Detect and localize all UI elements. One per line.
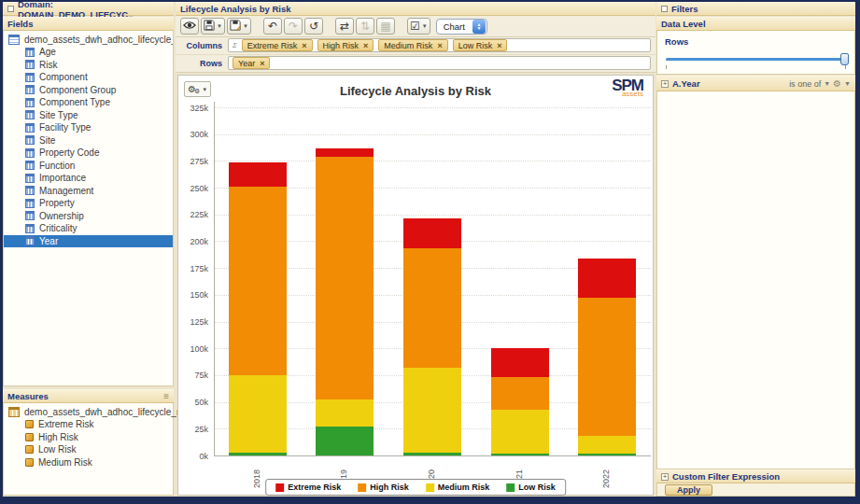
measure-item[interactable]: High Risk (4, 431, 173, 444)
measures-root-node[interactable]: demo_assets_dwh_adhoc_lifecycle_risk (4, 403, 173, 418)
fields-tree: demo_assets_dwh_adhoc_lifecycle_risk Age… (3, 31, 174, 386)
measures-tree: demo_assets_dwh_adhoc_lifecycle_risk Ext… (3, 403, 174, 496)
column-chip-label: High Risk (323, 41, 360, 50)
chip-close-icon[interactable]: × (363, 41, 368, 50)
field-item[interactable]: Component Group (4, 84, 173, 97)
column-chip[interactable]: Medium Risk× (378, 39, 447, 51)
y-axis-tick-label: 125k (180, 317, 208, 327)
chip-close-icon[interactable]: × (260, 59, 264, 68)
field-item[interactable]: Component (4, 71, 173, 84)
field-item[interactable]: Site Type (4, 109, 173, 122)
legend-swatch (506, 483, 515, 492)
field-item[interactable]: Age (4, 46, 173, 59)
save-icon (204, 20, 215, 34)
export-button[interactable]: ▼ (227, 18, 251, 35)
y-axis-tick-label: 325k (180, 104, 208, 113)
custom-filter-header[interactable]: + Custom Filter Expression (656, 469, 855, 483)
chart-options-button[interactable]: ☑▼ (407, 18, 430, 35)
bar-segment-high-risk (491, 377, 549, 409)
preview-button[interactable] (180, 18, 199, 35)
legend-item: High Risk (358, 483, 409, 492)
field-item-label: Site Type (39, 110, 78, 120)
undo-button[interactable]: ↶ (263, 18, 282, 35)
bar-segment-extreme-risk (229, 162, 287, 187)
field-item[interactable]: Facility Type (4, 121, 173, 134)
rows-dropzone[interactable]: Year× (228, 56, 651, 70)
column-chip[interactable]: Extreme Risk× (242, 39, 313, 51)
field-icon (25, 98, 35, 107)
field-item[interactable]: Property Code (4, 147, 173, 160)
column-chip[interactable]: High Risk× (317, 39, 374, 51)
switch-groups-button[interactable]: ⇄ (335, 18, 354, 35)
field-item[interactable]: Property (4, 197, 173, 210)
measure-item[interactable]: Extreme Risk (4, 418, 173, 431)
gridline (214, 107, 651, 108)
row-chip[interactable]: Year× (233, 57, 270, 69)
field-item[interactable]: Criticality (4, 222, 173, 235)
measure-item-label: Low Risk (38, 444, 77, 455)
year-filter-label: A.Year (672, 78, 700, 89)
slider-handle[interactable] (840, 53, 849, 65)
bar-segment-extreme-risk (316, 148, 374, 157)
collapse-panel-icon[interactable] (7, 6, 14, 12)
chip-close-icon[interactable]: × (302, 41, 306, 50)
y-axis-tick-label: 150k (180, 290, 208, 300)
bar-segment-low-risk (316, 427, 374, 455)
chevron-down-icon[interactable]: ▼ (844, 80, 851, 87)
legend-swatch (426, 483, 434, 492)
adhoc-editor-window: Domain: DOMAIN_DEMO_LIFECYC.. Fields dem… (3, 2, 855, 497)
y-axis-tick-label: 225k (180, 210, 208, 219)
field-item[interactable]: Component Type (4, 96, 173, 109)
field-item[interactable]: Risk (4, 59, 173, 72)
gear-icon[interactable]: ⚙ (833, 78, 841, 89)
chevron-down-icon: ▼ (422, 23, 428, 29)
collapse-panel-icon[interactable] (661, 6, 668, 12)
field-item[interactable]: Importance (4, 172, 173, 185)
expand-icon[interactable]: + (661, 80, 669, 88)
apply-button[interactable]: Apply (665, 484, 712, 496)
chevron-down-icon[interactable]: ▼ (824, 80, 830, 87)
slider-tick (666, 65, 667, 69)
field-item-label: Criticality (39, 223, 78, 233)
field-icon (25, 174, 35, 183)
view-mode-select[interactable]: Chart ▲▼ (436, 19, 487, 35)
field-icon (25, 236, 35, 245)
chip-close-icon[interactable]: × (437, 41, 442, 50)
redo-button: ↷ (284, 18, 303, 35)
data-level-section-header[interactable]: Data Level (656, 17, 855, 31)
fields-root-node[interactable]: demo_assets_dwh_adhoc_lifecycle_risk (4, 31, 173, 46)
measure-item[interactable]: Medium Risk (4, 456, 173, 469)
legend-item: Extreme Risk (275, 483, 341, 492)
field-item-label: Site (39, 135, 55, 146)
legend-label: Medium Risk (438, 483, 490, 492)
field-item[interactable]: Function (4, 160, 173, 173)
measure-item[interactable]: Low Risk (4, 443, 173, 456)
field-item[interactable]: Ownership (4, 210, 173, 223)
save-button[interactable]: ▼ (201, 18, 225, 35)
year-filter-header[interactable]: + A.Year is one of ▼ ⚙ ▼ (656, 76, 855, 91)
measure-item-label: Extreme Risk (38, 419, 93, 429)
legend-item: Low Risk (506, 483, 556, 492)
columns-dropzone[interactable]: Σ Extreme Risk×High Risk×Medium Risk×Low… (228, 38, 651, 52)
y-axis-tick-label: 200k (180, 237, 208, 246)
field-item[interactable]: Year (4, 235, 173, 248)
y-axis-tick-label: 0k (180, 452, 208, 461)
filter-operator-label[interactable]: is one of (789, 79, 821, 89)
field-icon (25, 85, 35, 94)
rows-label: Rows (176, 59, 222, 68)
column-chip[interactable]: Low Risk× (453, 39, 508, 51)
domain-header: Domain: DOMAIN_DEMO_LIFECYC.. (3, 2, 174, 16)
field-item[interactable]: Management (4, 185, 173, 198)
expand-icon[interactable]: + (661, 473, 669, 481)
menu-icon[interactable]: ≡ (163, 391, 169, 401)
data-level-slider[interactable] (666, 58, 846, 61)
view-mode-value: Chart (444, 21, 465, 32)
undo-all-button[interactable]: ↺ (304, 18, 323, 35)
field-item[interactable]: Site (4, 134, 173, 147)
chip-close-icon[interactable]: × (497, 41, 501, 50)
y-axis-tick-label: 175k (180, 264, 208, 273)
y-axis-line (214, 102, 215, 455)
sort-icon: ⇅ (360, 20, 370, 33)
table-icon (8, 407, 20, 417)
field-icon (25, 73, 35, 82)
